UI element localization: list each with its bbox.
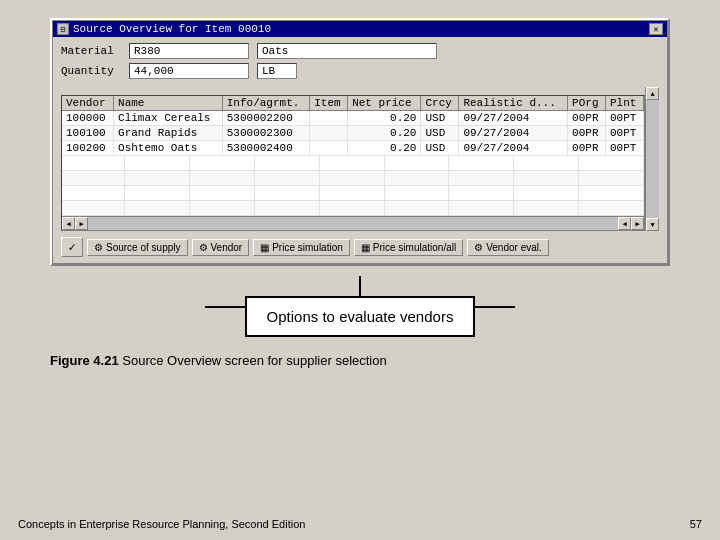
price-sim-all-label: Price simulation/all [373, 242, 456, 253]
table-cell: 5300002200 [222, 111, 309, 126]
col-plnt: Plnt [606, 96, 644, 111]
figure-label: Figure 4.21 [50, 353, 119, 368]
empty-row [62, 171, 644, 186]
scroll-right-button[interactable]: ▶ [75, 217, 88, 230]
vendor-eval-button[interactable]: ⚙ Vendor eval. [467, 239, 549, 256]
vendor-label: Vendor [211, 242, 243, 253]
table-cell: USD [421, 141, 459, 156]
table-cell: 0.20 [348, 141, 421, 156]
window-icon: ⊟ [57, 23, 69, 35]
sap-window: ⊟ Source Overview for Item 00010 ✕ Mater… [50, 18, 670, 266]
vendor-eval-label: Vendor eval. [486, 242, 542, 253]
toolbar: ✓ ⚙ Source of supply ⚙ Vendor ▦ Price si… [61, 237, 659, 257]
footer-right: 57 [690, 518, 702, 530]
vendors-table: Vendor Name Info/agrmt. Item Net price C… [62, 96, 644, 156]
col-netprice: Net price [348, 96, 421, 111]
price-simulation-button[interactable]: ▦ Price simulation [253, 239, 350, 256]
source-of-supply-button[interactable]: ⚙ Source of supply [87, 239, 188, 256]
table-cell: 100100 [62, 126, 114, 141]
callout-box: Options to evaluate vendors [245, 296, 476, 337]
quantity-unit-field [257, 63, 297, 79]
table-cell: 00PR [568, 111, 606, 126]
price-sim-label: Price simulation [272, 242, 343, 253]
title-bar-left: ⊟ Source Overview for Item 00010 [57, 23, 271, 35]
table-header-row: Vendor Name Info/agrmt. Item Net price C… [62, 96, 644, 111]
table-cell [310, 126, 348, 141]
table-cell: USD [421, 126, 459, 141]
table-cell: 09/27/2004 [459, 141, 568, 156]
table-cell: Climax Cereals [114, 111, 223, 126]
figure-caption: Figure 4.21 Source Overview screen for s… [50, 353, 670, 368]
table-cell: USD [421, 111, 459, 126]
material-field[interactable] [129, 43, 249, 59]
scroll-right2-button[interactable]: ◀ [618, 217, 631, 230]
window-content: Material Quantity [53, 37, 667, 263]
table-cell: 00PR [568, 126, 606, 141]
material-desc-field [257, 43, 437, 59]
vendor-eval-icon: ⚙ [474, 242, 483, 253]
page-footer: Concepts in Enterprise Resource Planning… [18, 518, 702, 530]
quantity-row: Quantity [61, 63, 659, 79]
scroll-track-h [88, 217, 618, 230]
quantity-label: Quantity [61, 65, 121, 77]
scroll-left-button[interactable]: ◀ [62, 217, 75, 230]
material-row: Material [61, 43, 659, 59]
table-cell: 100000 [62, 111, 114, 126]
vendor-button[interactable]: ⚙ Vendor [192, 239, 250, 256]
horizontal-scrollbar[interactable]: ◀ ▶ ◀ ▶ [62, 216, 644, 230]
close-button[interactable]: ✕ [649, 23, 663, 35]
price-sim-all-icon: ▦ [361, 242, 370, 253]
vendor-icon: ⚙ [199, 242, 208, 253]
table-cell: 00PT [606, 141, 644, 156]
vertical-scrollbar[interactable]: ▲ ▼ [645, 87, 659, 231]
table-row[interactable]: 100100Grand Rapids53000023000.20USD09/27… [62, 126, 644, 141]
col-name: Name [114, 96, 223, 111]
table-cell: 0.20 [348, 126, 421, 141]
scroll-right3-button[interactable]: ▶ [631, 217, 644, 230]
empty-row [62, 186, 644, 201]
table-cell: 100200 [62, 141, 114, 156]
material-label: Material [61, 45, 121, 57]
callout-area: Options to evaluate vendors [50, 276, 670, 337]
table-row[interactable]: 100200Oshtemo Oats53000024000.20USD09/27… [62, 141, 644, 156]
title-bar: ⊟ Source Overview for Item 00010 ✕ [53, 21, 667, 37]
table-cell [310, 111, 348, 126]
price-simulation-all-button[interactable]: ▦ Price simulation/all [354, 239, 463, 256]
confirm-button[interactable]: ✓ [61, 237, 83, 257]
page-wrapper: ⊟ Source Overview for Item 00010 ✕ Mater… [0, 0, 720, 540]
price-sim-icon: ▦ [260, 242, 269, 253]
table-container: Vendor Name Info/agrmt. Item Net price C… [61, 87, 659, 231]
scroll-up-button[interactable]: ▲ [646, 87, 659, 100]
table-cell: 5300002300 [222, 126, 309, 141]
table-row[interactable]: 100000Climax Cereals53000022000.20USD09/… [62, 111, 644, 126]
table-cell: 00PT [606, 126, 644, 141]
col-vendor: Vendor [62, 96, 114, 111]
table-cell: 00PT [606, 111, 644, 126]
footer-left: Concepts in Enterprise Resource Planning… [18, 518, 305, 530]
window-title: Source Overview for Item 00010 [73, 23, 271, 35]
table-cell: Oshtemo Oats [114, 141, 223, 156]
table-cell: 00PR [568, 141, 606, 156]
callout-text: Options to evaluate vendors [267, 308, 454, 325]
table-cell: 5300002400 [222, 141, 309, 156]
table-cell [310, 141, 348, 156]
col-crcy: Crcy [421, 96, 459, 111]
table-cell: 0.20 [348, 111, 421, 126]
figure-caption-desc: Source Overview screen for supplier sele… [122, 353, 386, 368]
scroll-down-button[interactable]: ▼ [646, 218, 659, 231]
table-cell: 09/27/2004 [459, 126, 568, 141]
source-icon: ⚙ [94, 242, 103, 253]
col-porg: POrg [568, 96, 606, 111]
table-cell: Grand Rapids [114, 126, 223, 141]
col-infoagrmt: Info/agrmt. [222, 96, 309, 111]
empty-row [62, 201, 644, 216]
col-item: Item [310, 96, 348, 111]
quantity-field[interactable] [129, 63, 249, 79]
empty-row [62, 156, 644, 171]
empty-rows-table [62, 156, 644, 216]
data-table-wrapper: Vendor Name Info/agrmt. Item Net price C… [61, 95, 645, 231]
table-cell: 09/27/2004 [459, 111, 568, 126]
col-realistic: Realistic d... [459, 96, 568, 111]
source-label: Source of supply [106, 242, 181, 253]
scroll-track-v [646, 100, 659, 218]
